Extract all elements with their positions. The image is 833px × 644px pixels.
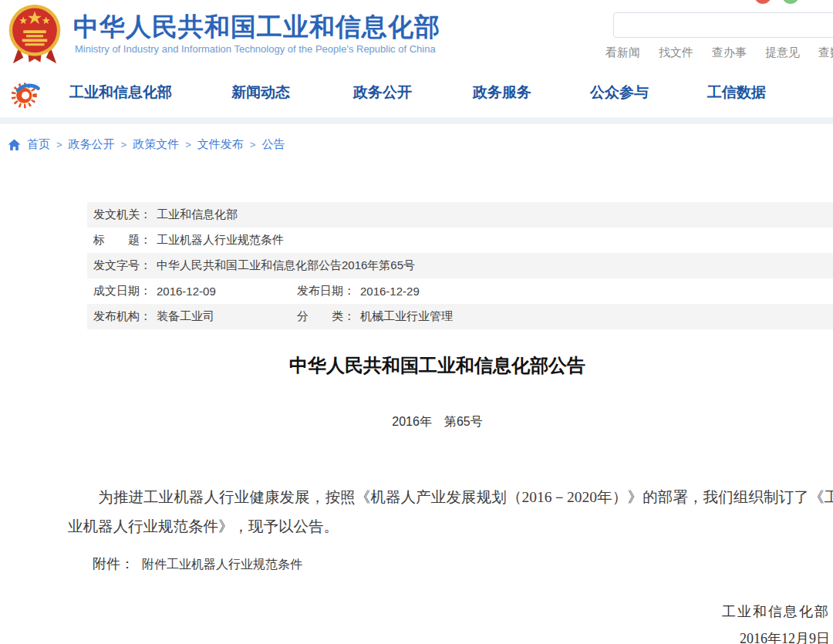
meta-value: 2016-12-09 [157, 285, 216, 298]
quick-link-documents[interactable]: 找文件 [659, 46, 693, 60]
attachment-link[interactable]: 附件工业机器人行业规范条件 [142, 558, 302, 571]
green-dot-icon[interactable] [782, 0, 799, 4]
site-subtitle-en: Ministry of Industry and Information Tec… [75, 43, 436, 55]
signature-date: 2016年12月9日 [722, 629, 830, 644]
quick-link-news[interactable]: 看新闻 [605, 46, 640, 60]
site-header: 中华人民共和国工业和信息化部 Ministry of Industry and … [0, 0, 833, 69]
breadcrumb-separator: > [185, 139, 191, 150]
nav-item-news[interactable]: 新闻动态 [231, 83, 290, 103]
meta-row-dates: 成文日期： 2016-12-09 发布日期： 2016-12-29 [87, 278, 833, 304]
breadcrumb-doc-release[interactable]: 文件发布 [197, 137, 244, 152]
meta-label: 发布机构： [93, 309, 151, 324]
national-emblem-icon [6, 2, 63, 72]
meta-row-doc-number: 发文字号： 中华人民共和国工业和信息化部公告2016年第65号 [87, 253, 833, 278]
quick-link-feedback[interactable]: 提意见 [765, 46, 800, 60]
breadcrumb-separator: > [56, 139, 62, 150]
meta-label: 发文机关： [93, 207, 151, 222]
meta-label: 分 类： [297, 309, 355, 324]
nav-item-gov-open[interactable]: 政务公开 [353, 83, 412, 103]
meta-value: 工业机器人行业规范条件 [157, 233, 284, 248]
attachment-label: 附件： [93, 556, 134, 572]
search-input[interactable] [613, 12, 833, 38]
meta-value: 装备工业司 [157, 309, 214, 324]
main-nav: 工业和信息化部 新闻动态 政务公开 政务服务 公众参与 工信数据 [0, 69, 833, 117]
meta-value: 中华人民共和国工业和信息化部公告2016年第65号 [157, 258, 415, 273]
meta-label: 标 题： [93, 233, 151, 248]
article-issue-number: 2016年 第65号 [42, 414, 833, 430]
doc-meta-table: 发文机关： 工业和信息化部 标 题： 工业机器人行业规范条件 发文字号： 中华人… [87, 202, 833, 329]
miit-announcement-page: 中华人民共和国工业和信息化部 Ministry of Industry and … [0, 0, 833, 644]
signature-org: 工业和信息化部 [722, 602, 830, 621]
quick-links: 看新闻 找文件 查办事 提意见 查数据 [605, 46, 833, 60]
meta-label: 成文日期： [93, 284, 151, 298]
meta-row-publisher-category: 发布机构： 装备工业司 分 类： 机械工业行业管理 [87, 304, 833, 329]
meta-row-title: 标 题： 工业机器人行业规范条件 [87, 228, 833, 253]
red-dot-icon[interactable] [754, 0, 771, 4]
meta-value: 2016-12-29 [360, 285, 420, 298]
miit-logo-icon [9, 76, 43, 113]
meta-row-issuing-authority: 发文机关： 工业和信息化部 [87, 202, 833, 228]
breadcrumb-announcement[interactable]: 公告 [261, 137, 285, 152]
attachment-line: 附件： 附件工业机器人行业规范条件 [68, 555, 302, 573]
breadcrumb-separator: > [250, 139, 256, 150]
breadcrumb-separator: > [121, 139, 127, 150]
nav-item-data[interactable]: 工信数据 [707, 83, 766, 103]
meta-label: 发文字号： [93, 258, 151, 273]
meta-value: 工业和信息化部 [157, 207, 238, 222]
site-title: 中华人民共和国工业和信息化部 [73, 10, 440, 45]
breadcrumb-gov-open[interactable]: 政务公开 [69, 137, 115, 152]
breadcrumb-home[interactable]: 首页 [27, 137, 50, 152]
nav-item-services[interactable]: 政务服务 [473, 83, 531, 103]
article-title: 中华人民共和国工业和信息化部公告 [42, 353, 833, 378]
nav-item-miit[interactable]: 工业和信息化部 [69, 83, 172, 103]
article-paragraph: 为推进工业机器人行业健康发展，按照《机器人产业发展规划（2016－2020年）》… [68, 483, 833, 541]
breadcrumb-policy-docs[interactable]: 政策文件 [133, 137, 179, 152]
meta-value: 机械工业行业管理 [360, 309, 453, 324]
quick-link-services[interactable]: 查办事 [712, 46, 747, 60]
nav-item-public[interactable]: 公众参与 [590, 83, 649, 103]
breadcrumb: 首页 > 政务公开 > 政策文件 > 文件发布 > 公告 [8, 137, 285, 152]
home-icon[interactable] [8, 139, 21, 151]
signature-block: 工业和信息化部 2016年12月9日 [722, 602, 830, 644]
meta-label: 发布日期： [297, 284, 355, 298]
nav-divider-strip [0, 117, 833, 124]
quick-link-data[interactable]: 查数据 [818, 46, 833, 60]
